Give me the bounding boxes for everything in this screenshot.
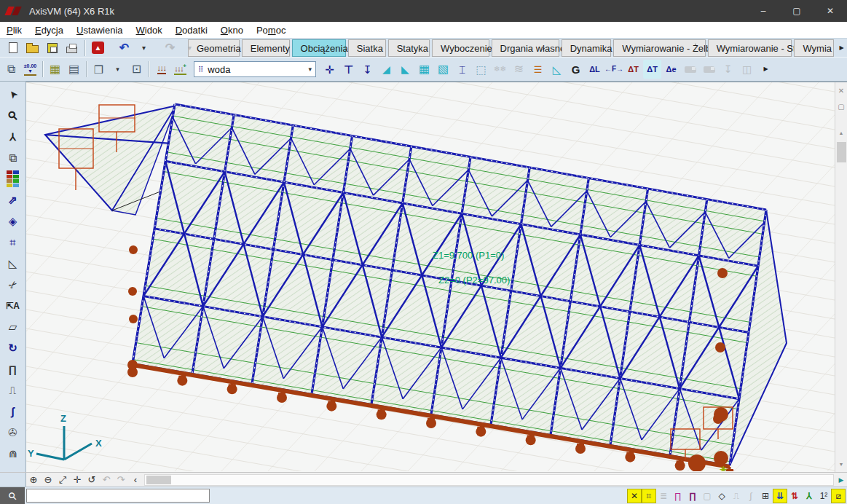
tab-siatka[interactable]: Siatka — [348, 39, 386, 57]
scroll-left-button[interactable]: ‹ — [128, 473, 143, 487]
redo-button[interactable]: ↷ — [161, 39, 179, 58]
rotate-order-tool[interactable]: ↻ — [2, 337, 24, 358]
self-weight-button[interactable]: G — [567, 60, 585, 79]
trapezoid-load-button[interactable]: ◣ — [396, 60, 414, 79]
tab-statyka[interactable]: Statyka — [388, 39, 430, 57]
edge-load-button[interactable]: ↧ — [358, 60, 377, 79]
load-cases-button[interactable]: ↓↓↓ — [152, 60, 170, 79]
chevron-down-icon[interactable]: ▾ — [308, 66, 312, 73]
load-case-combo[interactable]: ⠿woda▾ — [194, 61, 316, 77]
selection-tool[interactable]: ➤ — [2, 84, 24, 105]
menu-okno[interactable]: Okno — [214, 22, 250, 38]
scroll-up-button[interactable]: ▲ — [835, 125, 847, 141]
tab-elementy[interactable]: Elementy — [242, 39, 290, 57]
tab-drgania-własne[interactable]: Drgania własne — [492, 39, 559, 57]
geometry-transform-tool[interactable]: ⇗ — [2, 189, 24, 210]
workplanes-tool[interactable]: ⧉ — [2, 147, 24, 168]
region-toggle[interactable]: ▢ — [700, 489, 714, 503]
menu-plik[interactable]: Plik — [0, 22, 28, 38]
zoom-in-button[interactable]: ⊕ — [26, 473, 41, 487]
geometry-check-tool[interactable]: ◺ — [2, 253, 24, 274]
integral-toggle[interactable]: ∫ — [744, 489, 758, 503]
ramp-load-button[interactable]: ◢ — [377, 60, 395, 79]
undo-dropdown[interactable]: ▾ — [135, 39, 153, 58]
grid-snap-toggle[interactable]: ⌗ — [642, 489, 656, 503]
influence-line-button[interactable]: ◫ — [738, 60, 756, 79]
menu-widok[interactable]: Widok — [130, 22, 169, 38]
pan-button[interactable]: ✛ — [70, 473, 84, 487]
snow-load-button[interactable]: ❄❄ — [491, 60, 509, 79]
nodal-load-button[interactable]: ✛ — [320, 60, 339, 79]
integral-tool[interactable]: ∫ — [2, 401, 24, 422]
tab-overflow-button[interactable]: ▶ — [836, 39, 847, 57]
horizontal-scrollbar[interactable] — [144, 474, 834, 486]
elevation-marker-button[interactable]: ±0.00▼ — [21, 60, 39, 79]
section-load-button[interactable]: ⌶ — [453, 60, 471, 79]
crane-load-button[interactable]: ↧ — [719, 60, 737, 79]
surface-load-button[interactable]: ▦ — [415, 60, 433, 79]
maximize-button[interactable]: ▢ — [780, 0, 813, 22]
viewport-close-button[interactable]: ✕ — [835, 82, 847, 98]
menu-ustawienia[interactable]: Ustawienia — [70, 22, 130, 38]
intersect-tool[interactable]: ✂ — [2, 274, 24, 295]
play-button[interactable]: ▶ — [835, 476, 847, 484]
fluid-load-button[interactable]: ◺ — [548, 60, 566, 79]
truck-load-button[interactable] — [681, 60, 699, 79]
close-button[interactable]: ✕ — [813, 0, 847, 22]
search-button[interactable]: ⚲ — [0, 487, 25, 504]
workbench-tool[interactable]: ∏ — [2, 358, 24, 379]
intersection-toggle[interactable]: ✕ — [627, 489, 642, 503]
table-browser-button[interactable]: ▦ — [46, 60, 64, 79]
minimize-button[interactable]: – — [746, 0, 780, 22]
path-toggle[interactable]: ⎍ — [729, 489, 744, 503]
local-axes-toggle[interactable]: ⅄ — [802, 489, 816, 503]
numbering-toggle[interactable]: 1² — [816, 489, 831, 503]
path-tool[interactable]: ⎍ — [2, 379, 24, 401]
menu-pomoc[interactable]: Pomoc — [250, 22, 292, 38]
slab-tool[interactable]: ▱ — [2, 316, 24, 337]
view-undo-button[interactable]: ↶ — [99, 473, 114, 487]
save-button[interactable] — [43, 39, 61, 58]
views-tool[interactable]: ⅄ — [2, 126, 24, 147]
tab-wyboczenie[interactable]: Wyboczenie — [432, 39, 489, 57]
support-view-tool[interactable]: ⋒ — [2, 443, 24, 464]
pdf-export-button[interactable]: ▲ — [89, 39, 107, 58]
hscroll-thumb[interactable] — [146, 476, 171, 484]
moving-load-button[interactable]: ⬚ — [472, 60, 490, 79]
viewport-restore-button[interactable]: ▢ — [835, 98, 847, 114]
wind-load-button[interactable]: ≋ — [510, 60, 528, 79]
tab-wymia[interactable]: Wymia — [794, 39, 834, 57]
plane-toggle[interactable]: ⧄ — [831, 489, 846, 503]
support-displacement-button[interactable]: Δe — [662, 60, 680, 79]
tension-force-button[interactable]: ←F→ — [604, 60, 623, 79]
load-display-toggle[interactable]: ⇊ — [773, 489, 787, 503]
tab-obciążenia[interactable]: Obciążenia — [292, 39, 346, 57]
info-browser-dropdown[interactable]: ▾ — [109, 60, 127, 79]
scroll-down-button[interactable]: ▼ — [835, 456, 847, 472]
render-tool[interactable]: ✇ — [2, 422, 24, 443]
drag-toggle[interactable]: ◇ — [714, 489, 729, 503]
report-maker-button[interactable]: ▤ — [65, 60, 83, 79]
menu-dodatki[interactable]: Dodatki — [169, 22, 214, 38]
toolbar-overflow-button[interactable]: ▶ — [757, 60, 775, 79]
load-groups-button[interactable]: ↓↓↓+ — [171, 60, 189, 79]
workplane-toggle[interactable]: ∏ — [671, 489, 685, 503]
open-file-button[interactable] — [23, 39, 42, 58]
mesh-toggle[interactable]: ⊞ — [758, 489, 773, 503]
length-change-button[interactable]: ΔL — [586, 60, 604, 79]
undo-button[interactable]: ↶ — [115, 39, 133, 58]
move-tool[interactable]: ◈ — [2, 210, 24, 232]
block-load-button[interactable]: ▧ — [434, 60, 452, 79]
workplane-bold-toggle[interactable]: ∏ — [685, 489, 700, 503]
new-document-button[interactable] — [4, 39, 22, 58]
print-button[interactable] — [63, 39, 81, 58]
view-redo-button[interactable]: ↷ — [114, 473, 128, 487]
zoom-out-button[interactable]: ⊖ — [41, 473, 55, 487]
search-input[interactable] — [26, 489, 210, 503]
model-canvas[interactable]: ✳Z1=9.700 (P1=0)Z2=0 (P2=97.00)ZXY — [26, 82, 835, 471]
zoom-tool[interactable]: ⚲ — [2, 105, 24, 126]
truck-load-2-button[interactable] — [700, 60, 718, 79]
dimension-tool[interactable]: ⇱A — [2, 295, 24, 316]
vertical-scrollbar[interactable]: ✕ ▢ ▲ ▼ — [835, 82, 847, 472]
vscroll-thumb[interactable] — [837, 142, 846, 162]
